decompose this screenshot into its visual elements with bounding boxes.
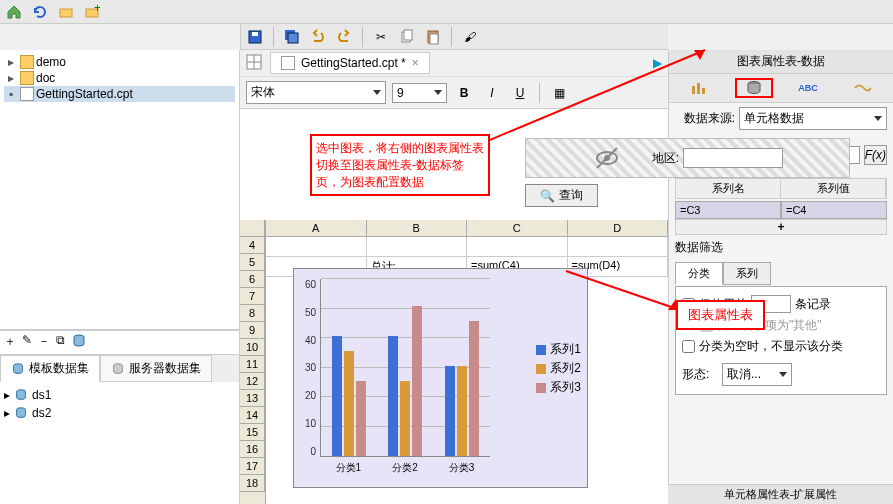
add-dataset-icon[interactable]: ＋ [4, 333, 16, 352]
chart-y-axis: 0102030405060 [298, 279, 316, 457]
home-icon[interactable] [4, 2, 24, 22]
dataset-toolbar: ＋ ✎ － ⧉ [0, 330, 239, 355]
project-panel: ▸demo ▸doc ▪GettingStarted.cpt ＋ ✎ － ⧉ 模… [0, 50, 240, 504]
formula-button[interactable]: F(x) [864, 145, 887, 165]
preview-icon[interactable]: ▶ [653, 56, 662, 70]
chart-plot-area [320, 279, 490, 457]
document-tab[interactable]: GettingStarted.cpt *× [270, 52, 430, 74]
data-source-combo[interactable]: 单元格数据 [739, 107, 887, 130]
close-tab-icon[interactable]: × [412, 56, 419, 70]
row-headers: 456789101112131415161718 [240, 220, 266, 504]
series-table-header: 系列名系列值 [675, 178, 887, 199]
delete-dataset-icon[interactable]: － [38, 333, 50, 352]
tab-template-dataset[interactable]: 模板数据集 [0, 355, 100, 382]
dataset-item[interactable]: ▸ds1 [4, 386, 235, 404]
tree-item-demo[interactable]: ▸demo [4, 54, 235, 70]
svg-rect-8 [404, 30, 412, 40]
refresh-icon[interactable] [30, 2, 50, 22]
filter-tab-category[interactable]: 分类 [675, 262, 723, 285]
border-button[interactable]: ▦ [548, 82, 570, 104]
svg-text:+: + [94, 4, 100, 15]
edit-dataset-icon[interactable]: ✎ [22, 333, 32, 352]
new-folder-icon[interactable]: + [82, 2, 102, 22]
annotation-callout-1: 选中图表，将右侧的图表属性表切换至图表属性表-数据标签页，为图表配置数据 [310, 134, 490, 196]
bottom-status-bar: 单元格属性表-扩展属性 [668, 484, 893, 504]
dataset-list: ▸ds1 ▸ds2 [0, 382, 239, 504]
chart-object[interactable]: 0102030405060 分类1分类2分类3 系列1系列2系列3 [293, 268, 588, 488]
open-icon[interactable] [56, 2, 76, 22]
bold-button[interactable]: B [453, 82, 475, 104]
shape-combo[interactable]: 取消... [722, 363, 792, 386]
cut-icon[interactable]: ✂ [371, 27, 391, 47]
text-tab-icon[interactable]: ABC [789, 78, 827, 98]
tree-item-file[interactable]: ▪GettingStarted.cpt [4, 86, 235, 102]
data-tab-icon[interactable] [735, 78, 773, 98]
tree-item-doc[interactable]: ▸doc [4, 70, 235, 86]
saveall-icon[interactable] [282, 27, 302, 47]
grid-icon[interactable] [246, 54, 262, 73]
save-icon[interactable] [245, 27, 265, 47]
editor-panel: GettingStarted.cpt *× ▶ 宋体 9 B I U ▦ 地区: [240, 50, 668, 504]
query-button[interactable]: 🔍查询 [525, 184, 598, 207]
property-panel: 图表属性表-数据 ABC 数据来源: 单元格数据 分类轴: F(x) 系列名系列… [668, 50, 893, 504]
add-series-button[interactable]: + [675, 219, 887, 235]
undo-icon[interactable] [308, 27, 328, 47]
chart-legend: 系列1系列2系列3 [536, 339, 581, 398]
region-label: 地区: [652, 150, 679, 167]
filter-section-title: 数据筛选 [669, 235, 893, 260]
svg-rect-23 [697, 83, 700, 94]
svg-rect-6 [288, 33, 298, 43]
tab-server-dataset[interactable]: 服务器数据集 [100, 355, 212, 382]
underline-button[interactable]: U [509, 82, 531, 104]
dataset-item[interactable]: ▸ds2 [4, 404, 235, 422]
region-input[interactable] [683, 148, 783, 168]
copy-dataset-icon[interactable]: ⧉ [56, 333, 65, 352]
font-size-combo[interactable]: 9 [392, 83, 447, 103]
import-dataset-icon[interactable] [71, 333, 87, 352]
eye-hidden-icon [592, 143, 622, 173]
svg-rect-22 [692, 86, 695, 94]
file-icon [281, 56, 295, 70]
series-table-row[interactable]: =C3=C4 [675, 201, 887, 219]
other-tab-icon[interactable] [843, 78, 881, 98]
data-source-label: 数据来源: [675, 110, 735, 127]
hide-empty-checkbox[interactable] [682, 340, 695, 353]
svg-rect-4 [252, 32, 258, 36]
panel-title: 图表属性表-数据 [669, 50, 893, 74]
filter-tab-series[interactable]: 系列 [723, 262, 771, 285]
annotation-callout-2: 图表属性表 [676, 300, 765, 330]
svg-rect-0 [60, 9, 72, 17]
copy-icon[interactable] [397, 27, 417, 47]
redo-icon[interactable] [334, 27, 354, 47]
italic-button[interactable]: I [481, 82, 503, 104]
file-tree[interactable]: ▸demo ▸doc ▪GettingStarted.cpt [0, 50, 239, 330]
style-tab-icon[interactable] [681, 78, 719, 98]
chart-x-axis: 分类1分类2分类3 [320, 461, 490, 475]
parameter-pane: 地区: [525, 138, 850, 178]
font-name-combo[interactable]: 宋体 [246, 81, 386, 104]
paste-icon[interactable] [423, 27, 443, 47]
svg-rect-10 [430, 34, 438, 44]
svg-rect-24 [702, 88, 705, 94]
column-headers: ABCD [266, 220, 668, 237]
format-brush-icon[interactable]: 🖌 [460, 27, 480, 47]
